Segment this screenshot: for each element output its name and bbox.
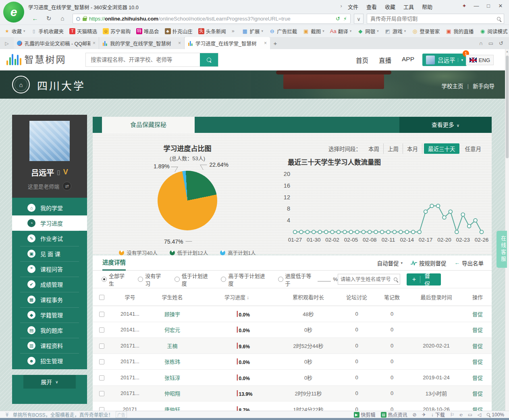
sidebar-item[interactable]: ▦ 课程事务: [12, 292, 87, 307]
sidebar-item[interactable]: ▤ 我的题库: [12, 323, 87, 338]
switch-role-icon[interactable]: ⇄: [62, 182, 71, 190]
sidebar-item[interactable]: ❞ 课程问答: [12, 261, 87, 277]
pie-chart[interactable]: [158, 171, 217, 230]
row-checkbox[interactable]: [99, 375, 104, 381]
url-text[interactable]: https://online.zhihuishu.com/onlineSchoo…: [89, 16, 333, 22]
tabbar-tool-icon[interactable]: ∩: [479, 38, 482, 49]
beginner-guide-link[interactable]: 新手向导: [473, 82, 494, 90]
student-name[interactable]: 顾操宇: [164, 311, 180, 317]
refresh-button[interactable]: ↻: [43, 14, 55, 23]
search-icon[interactable]: [497, 17, 501, 21]
row-checkbox[interactable]: [99, 312, 104, 317]
page-scrollbar[interactable]: ▲: [505, 49, 509, 411]
export-list-button[interactable]: ←导出名单: [455, 259, 484, 267]
user-avatar-photo[interactable]: [29, 121, 70, 161]
ad-text[interactable]: 单挑所有BOSS，全服横着走，真传奇单职业！: [13, 411, 113, 418]
url-dropdown-button[interactable]: ∨: [354, 14, 364, 24]
supervise-link[interactable]: 督促: [472, 375, 483, 381]
site-nav-item[interactable]: APP: [402, 56, 414, 64]
student-name[interactable]: 张钰淳: [164, 375, 180, 381]
toolbar-extension[interactable]: Aa翻译: [330, 27, 352, 35]
sidebar-item[interactable]: ▥ 课程资料: [12, 338, 87, 353]
new-tab-button[interactable]: +: [270, 38, 280, 49]
online-service-tab[interactable]: 在线客服: [497, 231, 507, 268]
supervise-link[interactable]: 督促: [472, 391, 483, 397]
collapse-statusbar-icon[interactable]: ≫: [4, 412, 10, 417]
back-button[interactable]: ←: [29, 14, 41, 23]
row-checkbox[interactable]: [99, 359, 104, 364]
student-search-input[interactable]: [341, 277, 394, 282]
bookmark-item[interactable]: ▯手机收藏夹: [31, 27, 64, 35]
header-last-login[interactable]: 最后登录时间: [409, 293, 463, 301]
language-button[interactable]: ENG: [466, 55, 494, 65]
filter-radio-option[interactable]: 没有学习: [138, 272, 167, 287]
student-name[interactable]: 张栋玮: [164, 359, 180, 365]
supervise-link[interactable]: 督促: [472, 311, 483, 317]
tab-close-icon[interactable]: ×: [264, 40, 267, 46]
supervise-link[interactable]: 督促: [472, 343, 483, 349]
sidebar-item[interactable]: ◆ 学籍管理: [12, 307, 87, 323]
menu-expand-icon[interactable]: ›: [341, 3, 342, 10]
progress-detail-tab[interactable]: 进度详情: [102, 255, 126, 271]
student-name[interactable]: 王楠: [167, 343, 177, 349]
sidebar-item[interactable]: ☻ 招生管理: [12, 353, 87, 368]
header-student-name[interactable]: 学生姓名: [149, 293, 195, 301]
bookmark-item[interactable]: ♣扑克山庄: [165, 27, 193, 35]
supervise-button[interactable]: + 督促: [407, 273, 441, 286]
toolbar-extension[interactable]: ▦扩展: [242, 27, 264, 35]
select-all-checkbox[interactable]: [99, 295, 104, 300]
site-nav-item[interactable]: 直播: [379, 56, 391, 64]
bookmark-item[interactable]: 特唯品会: [136, 27, 159, 35]
mute-icon[interactable]: ◁: [478, 412, 481, 418]
filter-radio-option[interactable]: 进度低于等于%: [278, 272, 338, 287]
header-progress[interactable]: 学习进度↓: [195, 293, 278, 301]
header-forum[interactable]: 论坛讨论: [339, 293, 375, 301]
site-nav-item[interactable]: 首页: [356, 56, 368, 64]
auto-supervise-dropdown[interactable]: 自动督促▾: [377, 259, 403, 267]
maximize-button[interactable]: □: [482, 1, 494, 11]
toolbar-extension[interactable]: ▣我的直播: [445, 27, 474, 35]
toolbar-extension[interactable]: ◆网银: [357, 27, 379, 35]
sidebar-item[interactable]: ⌂ 我的学堂: [12, 200, 87, 215]
school-home-link[interactable]: 学校主页: [441, 82, 463, 90]
close-button[interactable]: ✕: [494, 1, 507, 11]
course-search-input[interactable]: [86, 53, 200, 66]
no-trace-icon[interactable]: ↺: [336, 16, 340, 22]
menu-item[interactable]: 收藏: [385, 3, 395, 10]
menu-item[interactable]: 查看: [366, 3, 377, 10]
student-name[interactable]: 何宏元: [164, 327, 180, 333]
download-button[interactable]: ↓下载: [431, 411, 445, 418]
row-checkbox[interactable]: [99, 327, 104, 333]
bookmark-item[interactable]: 头头条新闻: [198, 27, 226, 35]
scrollbar-thumb[interactable]: [506, 56, 509, 158]
search-icon[interactable]: [394, 277, 397, 281]
sidebar-item[interactable]: ▣ 见 面 课: [12, 246, 87, 261]
time-filter-option[interactable]: 本月: [403, 143, 422, 154]
view-more-button[interactable]: 查看更多∨: [399, 117, 492, 133]
rule-supervise-button[interactable]: 按规则督促: [411, 259, 447, 267]
percent-input-blank[interactable]: [318, 277, 331, 281]
menu-item[interactable]: 文件: [348, 3, 358, 10]
course-tab[interactable]: 食品保藏探秘: [102, 117, 195, 133]
toolbar-extension[interactable]: ▣截图: [303, 27, 324, 35]
site-info-icon[interactable]: [76, 17, 80, 21]
url-box[interactable]: https://online.zhihuishu.com/onlineSchoo…: [73, 14, 351, 24]
row-checkbox[interactable]: [99, 391, 104, 396]
minimize-button[interactable]: —: [470, 1, 482, 11]
tabbar-tool-icon[interactable]: ↺: [499, 38, 503, 49]
filter-radio-option[interactable]: 全部学生: [102, 272, 131, 287]
toolbar-extension[interactable]: ◉阅读模式: [479, 27, 507, 35]
browser-tab[interactable]: 孔露的毕业论文初稿 - QQ邮箱×: [14, 37, 99, 49]
zoom-control[interactable]: 100%: [486, 412, 504, 418]
supervise-link[interactable]: 督促: [472, 327, 483, 333]
tabbar-tool-icon[interactable]: ▭: [488, 38, 493, 49]
filter-radio-option[interactable]: 高于等于计划进度: [221, 272, 271, 287]
time-filter-option[interactable]: 任意月: [461, 143, 486, 154]
course-search-button[interactable]: [200, 53, 218, 66]
ie-mode-icon[interactable]: ℮: [460, 412, 463, 418]
browser-search-input[interactable]: [370, 16, 497, 22]
time-filter-option[interactable]: 上周: [384, 143, 403, 154]
speed-tool-icon[interactable]: ⊘: [413, 412, 417, 418]
sidebar-item[interactable]: ◔ 学习进度: [12, 215, 87, 231]
header-student-id[interactable]: 学号: [111, 293, 149, 301]
